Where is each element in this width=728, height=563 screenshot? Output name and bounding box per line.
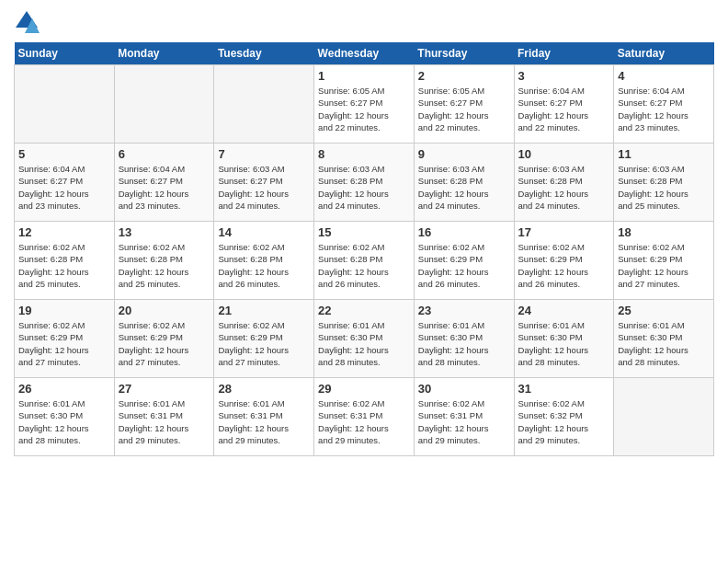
day-info: Sunrise: 6:02 AM Sunset: 6:28 PM Dayligh…: [18, 241, 110, 290]
day-number: 2: [418, 69, 510, 83]
day-number: 25: [618, 304, 710, 317]
day-info: Sunrise: 6:01 AM Sunset: 6:30 PM Dayligh…: [418, 319, 510, 368]
day-number: 24: [518, 304, 610, 317]
col-header-wednesday: Wednesday: [314, 42, 415, 65]
day-number: 26: [18, 382, 110, 396]
day-number: 10: [518, 147, 610, 161]
day-number: 22: [318, 304, 410, 317]
day-info: Sunrise: 6:04 AM Sunset: 6:27 PM Dayligh…: [18, 163, 110, 212]
day-number: 4: [618, 69, 710, 83]
day-cell: 14Sunrise: 6:02 AM Sunset: 6:28 PM Dayli…: [214, 222, 314, 300]
day-cell: [114, 65, 214, 144]
day-info: Sunrise: 6:02 AM Sunset: 6:29 PM Dayligh…: [618, 241, 710, 290]
day-info: Sunrise: 6:02 AM Sunset: 6:29 PM Dayligh…: [418, 241, 510, 290]
day-number: 14: [218, 225, 310, 239]
day-number: 27: [119, 382, 210, 396]
day-number: 28: [218, 382, 310, 396]
day-cell: 27Sunrise: 6:01 AM Sunset: 6:31 PM Dayli…: [114, 378, 214, 456]
day-info: Sunrise: 6:04 AM Sunset: 6:27 PM Dayligh…: [518, 85, 610, 133]
day-number: 8: [318, 147, 410, 161]
day-number: 15: [318, 225, 410, 239]
day-cell: 7Sunrise: 6:03 AM Sunset: 6:27 PM Daylig…: [214, 144, 314, 222]
day-cell: 5Sunrise: 6:04 AM Sunset: 6:27 PM Daylig…: [15, 144, 115, 222]
day-cell: 3Sunrise: 6:04 AM Sunset: 6:27 PM Daylig…: [514, 65, 614, 144]
day-info: Sunrise: 6:01 AM Sunset: 6:31 PM Dayligh…: [218, 397, 310, 446]
day-number: 19: [18, 304, 110, 317]
day-cell: 30Sunrise: 6:02 AM Sunset: 6:31 PM Dayli…: [414, 378, 514, 456]
day-cell: 18Sunrise: 6:02 AM Sunset: 6:29 PM Dayli…: [614, 222, 714, 300]
day-number: 20: [119, 304, 210, 317]
day-cell: 9Sunrise: 6:03 AM Sunset: 6:28 PM Daylig…: [414, 144, 514, 222]
day-info: Sunrise: 6:03 AM Sunset: 6:28 PM Dayligh…: [418, 163, 510, 212]
day-info: Sunrise: 6:02 AM Sunset: 6:29 PM Dayligh…: [518, 241, 610, 290]
day-cell: 20Sunrise: 6:02 AM Sunset: 6:29 PM Dayli…: [114, 300, 214, 378]
day-info: Sunrise: 6:04 AM Sunset: 6:27 PM Dayligh…: [119, 163, 210, 212]
day-cell: 17Sunrise: 6:02 AM Sunset: 6:29 PM Dayli…: [514, 222, 614, 300]
day-number: 30: [418, 382, 510, 396]
week-row-4: 19Sunrise: 6:02 AM Sunset: 6:29 PM Dayli…: [15, 300, 714, 378]
day-info: Sunrise: 6:01 AM Sunset: 6:30 PM Dayligh…: [318, 319, 410, 368]
day-cell: 28Sunrise: 6:01 AM Sunset: 6:31 PM Dayli…: [214, 378, 314, 456]
week-row-2: 5Sunrise: 6:04 AM Sunset: 6:27 PM Daylig…: [15, 144, 714, 222]
day-info: Sunrise: 6:01 AM Sunset: 6:30 PM Dayligh…: [18, 397, 110, 446]
day-info: Sunrise: 6:02 AM Sunset: 6:28 PM Dayligh…: [318, 241, 410, 290]
day-cell: 2Sunrise: 6:05 AM Sunset: 6:27 PM Daylig…: [414, 65, 514, 144]
day-cell: 19Sunrise: 6:02 AM Sunset: 6:29 PM Dayli…: [15, 300, 115, 378]
day-number: 5: [18, 147, 110, 161]
day-cell: 26Sunrise: 6:01 AM Sunset: 6:30 PM Dayli…: [15, 378, 115, 456]
week-row-1: 1Sunrise: 6:05 AM Sunset: 6:27 PM Daylig…: [15, 65, 714, 144]
col-header-tuesday: Tuesday: [214, 42, 314, 65]
day-info: Sunrise: 6:01 AM Sunset: 6:30 PM Dayligh…: [518, 319, 610, 368]
day-info: Sunrise: 6:01 AM Sunset: 6:30 PM Dayligh…: [618, 319, 710, 368]
page: SundayMondayTuesdayWednesdayThursdayFrid…: [0, 0, 728, 465]
day-info: Sunrise: 6:02 AM Sunset: 6:32 PM Dayligh…: [518, 397, 610, 446]
day-cell: 13Sunrise: 6:02 AM Sunset: 6:28 PM Dayli…: [114, 222, 214, 300]
day-info: Sunrise: 6:02 AM Sunset: 6:28 PM Dayligh…: [218, 241, 310, 290]
day-number: 13: [119, 225, 210, 239]
day-info: Sunrise: 6:03 AM Sunset: 6:28 PM Dayligh…: [518, 163, 610, 212]
col-header-saturday: Saturday: [614, 42, 714, 65]
day-cell: [15, 65, 115, 144]
day-number: 1: [318, 69, 410, 83]
day-info: Sunrise: 6:02 AM Sunset: 6:31 PM Dayligh…: [318, 397, 410, 446]
day-number: 3: [518, 69, 610, 83]
day-info: Sunrise: 6:02 AM Sunset: 6:28 PM Dayligh…: [119, 241, 210, 290]
day-number: 21: [218, 304, 310, 317]
day-number: 9: [418, 147, 510, 161]
header-row: SundayMondayTuesdayWednesdayThursdayFrid…: [15, 42, 714, 65]
day-cell: 10Sunrise: 6:03 AM Sunset: 6:28 PM Dayli…: [514, 144, 614, 222]
day-cell: 8Sunrise: 6:03 AM Sunset: 6:28 PM Daylig…: [314, 144, 415, 222]
week-row-3: 12Sunrise: 6:02 AM Sunset: 6:28 PM Dayli…: [15, 222, 714, 300]
day-info: Sunrise: 6:02 AM Sunset: 6:29 PM Dayligh…: [18, 319, 110, 368]
day-number: 16: [418, 225, 510, 239]
col-header-friday: Friday: [514, 42, 614, 65]
day-cell: 16Sunrise: 6:02 AM Sunset: 6:29 PM Dayli…: [414, 222, 514, 300]
day-cell: 15Sunrise: 6:02 AM Sunset: 6:28 PM Dayli…: [314, 222, 415, 300]
day-cell: 21Sunrise: 6:02 AM Sunset: 6:29 PM Dayli…: [214, 300, 314, 378]
day-cell: 1Sunrise: 6:05 AM Sunset: 6:27 PM Daylig…: [314, 65, 415, 144]
day-number: 29: [318, 382, 410, 396]
col-header-thursday: Thursday: [414, 42, 514, 65]
day-cell: [614, 378, 714, 456]
day-info: Sunrise: 6:02 AM Sunset: 6:31 PM Dayligh…: [418, 397, 510, 446]
day-info: Sunrise: 6:01 AM Sunset: 6:31 PM Dayligh…: [119, 397, 210, 446]
day-cell: 6Sunrise: 6:04 AM Sunset: 6:27 PM Daylig…: [114, 144, 214, 222]
day-cell: 11Sunrise: 6:03 AM Sunset: 6:28 PM Dayli…: [614, 144, 714, 222]
day-cell: 23Sunrise: 6:01 AM Sunset: 6:30 PM Dayli…: [414, 300, 514, 378]
day-cell: 12Sunrise: 6:02 AM Sunset: 6:28 PM Dayli…: [15, 222, 115, 300]
day-info: Sunrise: 6:02 AM Sunset: 6:29 PM Dayligh…: [218, 319, 310, 368]
day-cell: 25Sunrise: 6:01 AM Sunset: 6:30 PM Dayli…: [614, 300, 714, 378]
logo: [14, 9, 41, 35]
day-number: 11: [618, 147, 710, 161]
day-info: Sunrise: 6:04 AM Sunset: 6:27 PM Dayligh…: [618, 85, 710, 133]
day-info: Sunrise: 6:02 AM Sunset: 6:29 PM Dayligh…: [119, 319, 210, 368]
day-info: Sunrise: 6:05 AM Sunset: 6:27 PM Dayligh…: [418, 85, 510, 133]
logo-icon: [14, 9, 40, 35]
calendar-table: SundayMondayTuesdayWednesdayThursdayFrid…: [14, 42, 714, 456]
week-row-5: 26Sunrise: 6:01 AM Sunset: 6:30 PM Dayli…: [15, 378, 714, 456]
day-cell: 4Sunrise: 6:04 AM Sunset: 6:27 PM Daylig…: [614, 65, 714, 144]
day-info: Sunrise: 6:03 AM Sunset: 6:27 PM Dayligh…: [218, 163, 310, 212]
day-cell: 29Sunrise: 6:02 AM Sunset: 6:31 PM Dayli…: [314, 378, 415, 456]
day-number: 12: [18, 225, 110, 239]
day-number: 17: [518, 225, 610, 239]
